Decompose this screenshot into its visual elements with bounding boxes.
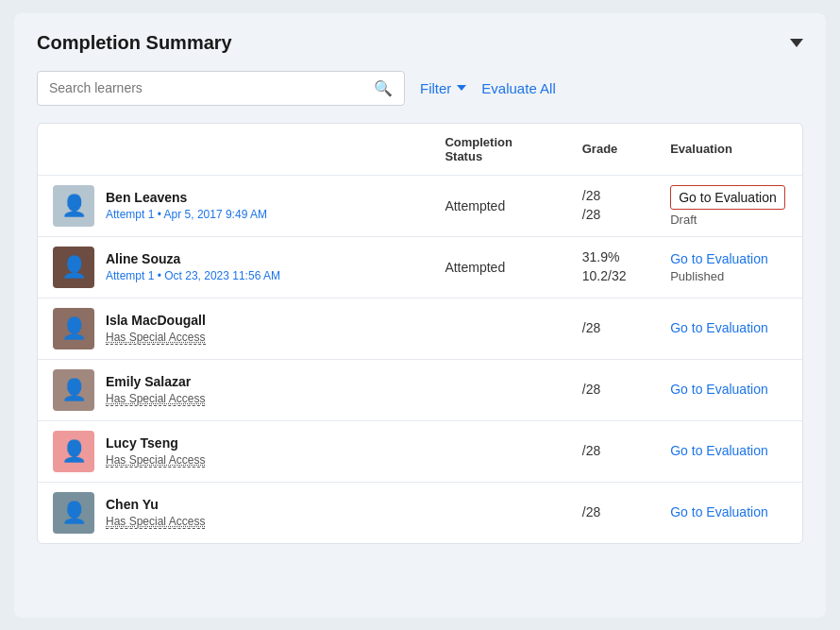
- search-input[interactable]: [49, 80, 374, 95]
- special-access-label[interactable]: Has Special Access: [106, 392, 205, 406]
- go-to-evaluation-link[interactable]: Go to Evaluation: [670, 443, 787, 458]
- learners-table-container: Completion Status Grade Evaluation 👤Ben …: [37, 123, 803, 544]
- completion-status: Attempted: [429, 175, 566, 236]
- table-row: 👤Emily SalazarHas Special Access/28Go to…: [38, 359, 802, 420]
- avatar: 👤: [53, 185, 94, 227]
- table-row: 👤Ben LeavensAttempt 1 • Apr 5, 2017 9:49…: [38, 175, 802, 236]
- grade-cell: /28/28: [567, 175, 655, 236]
- learners-table: Completion Status Grade Evaluation 👤Ben …: [38, 124, 802, 543]
- table-row: 👤Lucy TsengHas Special Access/28Go to Ev…: [38, 420, 802, 482]
- learner-name: Ben Leavens: [106, 190, 267, 205]
- evaluation-cell: Go to EvaluationPublished: [655, 236, 802, 298]
- panel-header: Completion Summary: [37, 32, 803, 54]
- toolbar: 🔍 Filter Evaluate All: [37, 71, 803, 106]
- evaluation-status: Draft: [670, 213, 697, 227]
- evaluation-cell: Go to EvaluationDraft: [655, 175, 802, 236]
- filter-button[interactable]: Filter: [420, 80, 466, 96]
- col-header-grade: Grade: [567, 124, 655, 176]
- learner-cell-isla-macdougall: 👤Isla MacDougallHas Special Access: [38, 298, 429, 359]
- grade-cell: /28: [567, 359, 655, 420]
- learner-cell-aline-souza: 👤Aline SouzaAttempt 1 • Oct 23, 2023 11:…: [38, 236, 429, 298]
- table-row: 👤Aline SouzaAttempt 1 • Oct 23, 2023 11:…: [38, 236, 802, 298]
- go-to-evaluation-link[interactable]: Go to Evaluation: [670, 504, 787, 519]
- learner-name: Emily Salazar: [106, 374, 205, 389]
- completion-status: [429, 420, 566, 482]
- learner-cell-lucy-tseng: 👤Lucy TsengHas Special Access: [38, 420, 429, 482]
- evaluation-status: Published: [670, 269, 724, 283]
- avatar: 👤: [53, 492, 94, 534]
- col-header-evaluation: Evaluation: [655, 124, 802, 176]
- col-header-learner: [38, 124, 429, 176]
- learner-name: Aline Souza: [106, 251, 280, 266]
- grade-cell: /28: [567, 482, 655, 543]
- avatar: 👤: [53, 247, 94, 288]
- collapse-icon[interactable]: [790, 39, 803, 47]
- special-access-label[interactable]: Has Special Access: [106, 453, 205, 468]
- learner-name: Chen Yu: [106, 497, 205, 512]
- table-row: 👤Chen YuHas Special Access/28Go to Evalu…: [38, 482, 802, 543]
- grade-cell: 31.9%10.2/32: [567, 236, 655, 298]
- completion-status: [429, 359, 566, 420]
- grade-cell: /28: [567, 298, 655, 359]
- col-header-completion: Completion Status: [429, 124, 566, 176]
- attempt-label[interactable]: Attempt 1 • Oct 23, 2023 11:56 AM: [106, 269, 280, 282]
- completion-status: Attempted: [429, 236, 566, 298]
- completion-status: [429, 298, 566, 359]
- avatar: 👤: [53, 369, 94, 411]
- avatar: 👤: [53, 431, 94, 472]
- special-access-label[interactable]: Has Special Access: [106, 515, 205, 529]
- learner-name: Isla MacDougall: [106, 313, 206, 328]
- evaluate-all-button[interactable]: Evaluate All: [481, 80, 555, 96]
- go-to-evaluation-link[interactable]: Go to Evaluation: [670, 185, 785, 210]
- search-box: 🔍: [37, 71, 405, 106]
- table-header-row: Completion Status Grade Evaluation: [38, 124, 802, 176]
- learner-cell-chen-yu: 👤Chen YuHas Special Access: [38, 482, 429, 543]
- go-to-evaluation-link[interactable]: Go to Evaluation: [670, 382, 787, 397]
- learner-cell-emily-salazar: 👤Emily SalazarHas Special Access: [38, 359, 429, 420]
- attempt-label[interactable]: Attempt 1 • Apr 5, 2017 9:49 AM: [106, 208, 267, 221]
- table-row: 👤Isla MacDougallHas Special Access/28Go …: [38, 298, 802, 359]
- evaluation-cell: Go to Evaluation: [655, 298, 802, 359]
- special-access-label[interactable]: Has Special Access: [106, 331, 206, 345]
- go-to-evaluation-link[interactable]: Go to Evaluation: [670, 251, 787, 266]
- learner-name: Lucy Tseng: [106, 435, 205, 451]
- filter-chevron-icon: [457, 85, 466, 91]
- avatar: 👤: [53, 308, 94, 349]
- completion-summary-panel: Completion Summary 🔍 Filter Evaluate All…: [14, 13, 826, 618]
- filter-label: Filter: [420, 80, 451, 96]
- evaluation-cell: Go to Evaluation: [655, 420, 802, 482]
- go-to-evaluation-link[interactable]: Go to Evaluation: [670, 320, 787, 335]
- evaluation-cell: Go to Evaluation: [655, 482, 802, 543]
- evaluation-cell: Go to Evaluation: [655, 359, 802, 420]
- panel-title: Completion Summary: [37, 32, 232, 54]
- search-icon: 🔍: [374, 79, 393, 97]
- learner-cell-ben-leavens: 👤Ben LeavensAttempt 1 • Apr 5, 2017 9:49…: [38, 175, 429, 236]
- grade-cell: /28: [567, 420, 655, 482]
- completion-status: [429, 482, 566, 543]
